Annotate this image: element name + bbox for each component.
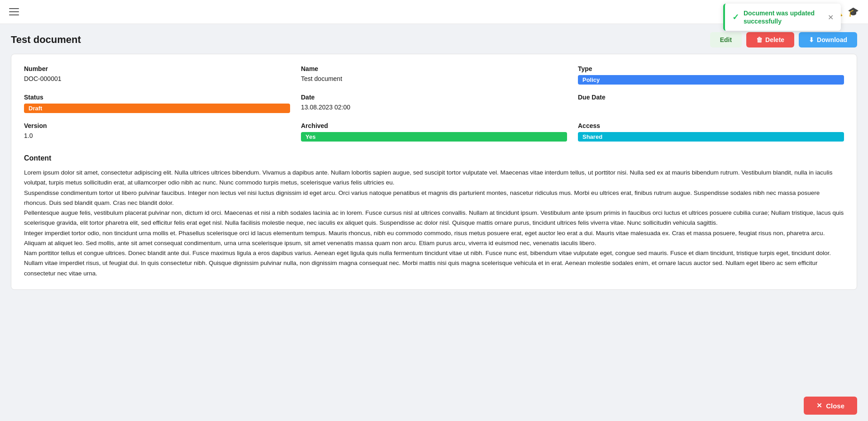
due-date-label: Due Date	[578, 94, 844, 101]
version-value: 1.0	[24, 132, 290, 139]
type-badge: Policy	[578, 75, 844, 85]
field-version: Version 1.0	[24, 122, 290, 142]
graduation-icon[interactable]: 🎓	[848, 6, 859, 17]
toast-close-button[interactable]: ✕	[828, 13, 834, 22]
content-section: Content Lorem ipsum dolor sit amet, cons…	[24, 154, 844, 279]
action-buttons: Edit 🗑 Delete ⬇ Download	[710, 32, 857, 47]
menu-icon[interactable]	[9, 8, 19, 15]
field-status: Status Draft	[24, 94, 290, 113]
close-icon: ✕	[816, 402, 822, 410]
field-due-date: Due Date	[578, 94, 844, 113]
delete-icon: 🗑	[756, 36, 763, 43]
archived-label: Archived	[301, 122, 567, 129]
field-archived: Archived Yes	[301, 122, 567, 142]
version-label: Version	[24, 122, 290, 129]
page-title: Test document	[11, 34, 81, 46]
date-label: Date	[301, 94, 567, 101]
delete-button[interactable]: 🗑 Delete	[746, 32, 794, 47]
number-value: DOC-000001	[24, 75, 290, 82]
field-number: Number DOC-000001	[24, 65, 290, 85]
access-label: Access	[578, 122, 844, 129]
field-date: Date 13.08.2023 02:00	[301, 94, 567, 113]
field-type: Type Policy	[578, 65, 844, 85]
name-label: Name	[301, 65, 567, 72]
field-name: Name Test document	[301, 65, 567, 85]
type-label: Type	[578, 65, 844, 72]
content-heading: Content	[24, 154, 844, 162]
access-badge: Shared	[578, 132, 844, 142]
toast-notification: ✓ Document was updated successfully ✕	[723, 4, 841, 31]
toast-message: Document was updated successfully	[744, 9, 815, 25]
content-body: Lorem ipsum dolor sit amet, consectetur …	[24, 168, 844, 279]
toast-check-icon: ✓	[732, 12, 739, 22]
close-button[interactable]: ✕ Close	[804, 397, 857, 415]
fields-grid: Number DOC-000001 Name Test document Typ…	[24, 65, 844, 142]
name-value: Test document	[301, 75, 567, 82]
download-icon: ⬇	[809, 36, 814, 43]
header: 🔔 🎓 ✓ Document was updated successfully …	[0, 0, 868, 24]
status-badge: Draft	[24, 104, 290, 113]
download-button[interactable]: ⬇ Download	[799, 32, 857, 47]
edit-button[interactable]: Edit	[710, 32, 742, 47]
archived-badge: Yes	[301, 132, 567, 142]
number-label: Number	[24, 65, 290, 72]
field-access: Access Shared	[578, 122, 844, 142]
footer: ✕ Close	[0, 390, 868, 421]
date-value: 13.08.2023 02:00	[301, 104, 567, 111]
status-label: Status	[24, 94, 290, 101]
main-card: Number DOC-000001 Name Test document Typ…	[11, 54, 857, 290]
